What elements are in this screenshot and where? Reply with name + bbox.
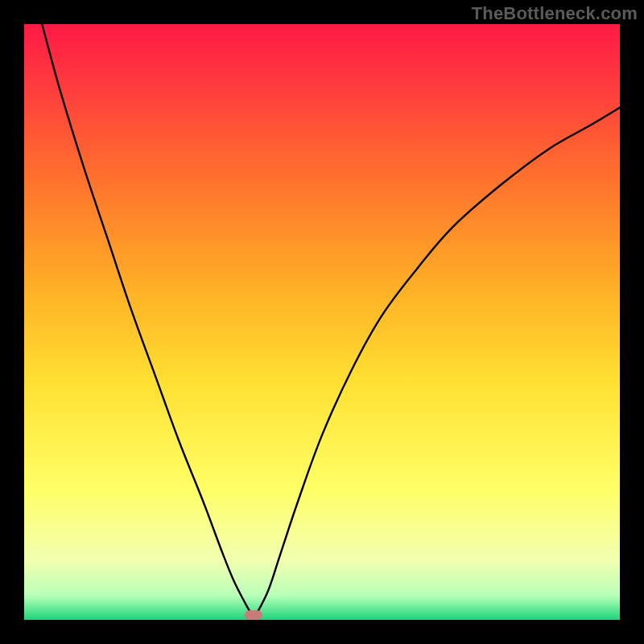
attribution-text: TheBottleneck.com (472, 3, 638, 24)
chart-background-gradient (24, 24, 620, 620)
chart-svg (24, 24, 620, 620)
bottleneck-marker (245, 610, 262, 620)
chart-plot-area (24, 24, 620, 620)
chart-root: TheBottleneck.com (0, 0, 644, 644)
